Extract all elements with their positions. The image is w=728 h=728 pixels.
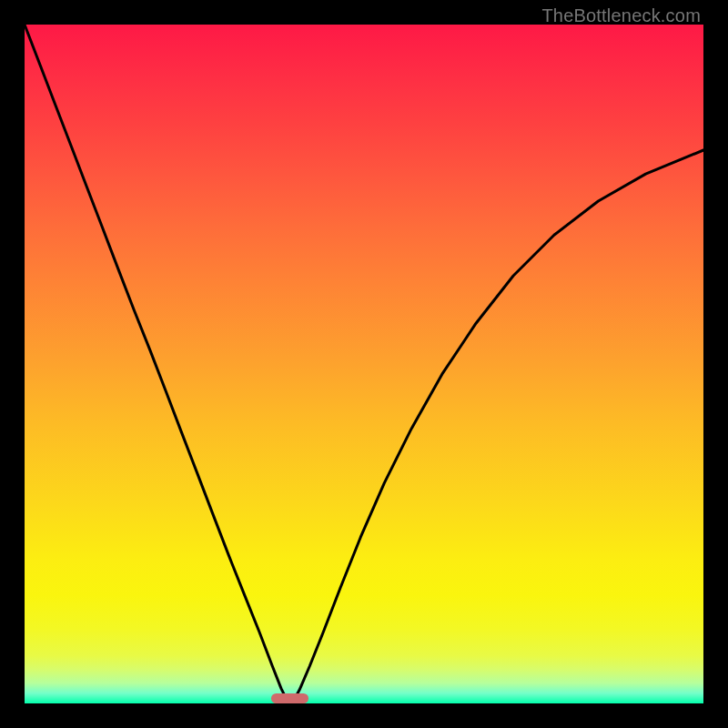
outer-frame: TheBottleneck.com	[0, 0, 728, 728]
curve-left-branch	[25, 25, 288, 703]
watermark-text: TheBottleneck.com	[541, 5, 701, 26]
bottleneck-curve	[25, 25, 703, 703]
gradient-plot-area	[25, 25, 703, 703]
minimum-marker	[271, 693, 308, 703]
curve-right-branch	[293, 150, 703, 703]
